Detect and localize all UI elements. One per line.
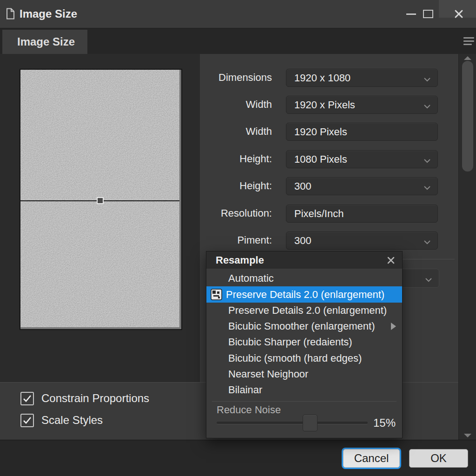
image-size-dialog: Image Size Image Size xyxy=(0,0,476,476)
menu-bar xyxy=(463,37,474,39)
ok-button[interactable]: OK xyxy=(409,449,468,468)
preview-split-handle[interactable] xyxy=(97,197,104,204)
menu-item-label: Bicubic Smoother (enlargement) xyxy=(228,318,375,334)
menu-item-automatic[interactable]: Automatic xyxy=(206,271,402,286)
menu-item-label: Nearset Neighoor xyxy=(228,366,308,382)
close-icon xyxy=(387,257,395,264)
menu-item-label: Bicubic (smooth (hard edges) xyxy=(228,350,362,366)
reduce-noise-label: Reduce Noise xyxy=(217,403,281,417)
menu-item-label: Automatic xyxy=(228,271,274,286)
resample-popup-title: Resample xyxy=(216,251,264,269)
menu-item-preserve-details[interactable]: Preserve Details 2.0 (enlargement) xyxy=(206,303,402,318)
menu-item-bicubic-smooth[interactable]: Bicubic (smooth (hard edges) xyxy=(206,350,402,366)
height-unit-value: 1080 Pixels xyxy=(294,151,347,168)
scroll-up-arrow-icon[interactable] xyxy=(464,56,471,60)
chevron-down-icon xyxy=(423,102,431,111)
field-label-piment: Piment: xyxy=(198,231,272,249)
height-unit-dropdown[interactable]: 1080 Pixels xyxy=(286,150,438,168)
chevron-down-icon xyxy=(423,184,431,192)
menu-item-label: Preserve Details 2.0 (enlargement) xyxy=(226,286,384,302)
menu-bar xyxy=(463,44,472,45)
tab-label: Image Size xyxy=(17,30,75,54)
checkbox-label: Constrain Proportions xyxy=(41,392,149,405)
resample-popup: Resample Automatic Preserve Details 2.0 … xyxy=(206,251,403,438)
width-input[interactable]: 1920 Pixels xyxy=(286,123,438,141)
image-preview[interactable] xyxy=(20,69,182,330)
cancel-button[interactable]: Cancel xyxy=(343,449,400,468)
minimize-icon xyxy=(406,13,416,15)
dimensions-value: 1920 x 1080 xyxy=(294,69,350,86)
check-icon xyxy=(23,416,32,424)
field-label-dimensions: Dimensions xyxy=(198,69,272,86)
checkbox-label: Scale Styles xyxy=(41,414,103,427)
maximize-icon xyxy=(423,10,433,18)
width-value: 1920 Pixels xyxy=(294,123,347,140)
menu-item-bicubic-smoother[interactable]: Bicubic Smoother (enlargement) xyxy=(206,318,402,334)
checkbox-checked[interactable] xyxy=(20,414,34,427)
scale-styles-checkbox-row[interactable]: Scale Styles xyxy=(20,413,103,427)
menu-item-bilinear[interactable]: Bilainar xyxy=(206,382,402,398)
vertical-scrollbar[interactable] xyxy=(458,54,476,440)
field-label-height-2: Height: xyxy=(198,177,272,194)
menu-item-preserve-details-selected[interactable]: Preserve Details 2.0 (enlargement) xyxy=(206,286,402,303)
menu-item-label: Preserve Details 2.0 (enlargement) xyxy=(228,303,387,318)
height-value: 300 xyxy=(294,178,311,195)
resample-popup-header: Resample xyxy=(206,251,402,269)
constrain-proportions-checkbox-row[interactable]: Constrain Proportions xyxy=(20,391,149,405)
chevron-down-icon xyxy=(423,238,431,246)
resolution-value: Pixels/Inch xyxy=(294,205,344,222)
checkbox-checked[interactable] xyxy=(20,392,34,405)
resolution-input[interactable]: Pixels/Inch xyxy=(286,205,438,223)
field-label-resolution: Resolution: xyxy=(198,205,272,222)
close-icon xyxy=(454,9,463,19)
chevron-down-icon xyxy=(423,157,431,165)
dimensions-dropdown[interactable]: 1920 x 1080 xyxy=(286,69,438,87)
menu-item-bicubic-sharper[interactable]: Bicubic Sharper (redaients) xyxy=(206,334,402,350)
reduce-noise-slider-track[interactable] xyxy=(217,422,368,424)
width-unit-dropdown[interactable]: 1920 x Pixels xyxy=(286,96,438,114)
chevron-down-icon xyxy=(423,75,431,84)
reduce-noise-value: 15% xyxy=(373,415,396,431)
title-bar: Image Size xyxy=(0,0,476,28)
menu-bar xyxy=(463,40,474,42)
field-label-width-2: Width xyxy=(198,123,272,140)
check-icon xyxy=(23,395,32,403)
width-unit-value: 1920 x Pixels xyxy=(294,96,355,113)
piment-dropdown[interactable]: 300 xyxy=(286,231,438,250)
menu-item-label: Bilainar xyxy=(228,382,262,398)
submenu-arrow-icon xyxy=(391,323,396,330)
window-title: Image Size xyxy=(20,0,77,28)
menu-item-label: Bicubic Sharper (redaients) xyxy=(228,334,352,350)
menu-item-nearest-neighbor[interactable]: Nearset Neighoor xyxy=(206,366,402,382)
popup-separator xyxy=(212,401,397,402)
maximize-button[interactable] xyxy=(418,0,438,28)
document-icon xyxy=(6,8,15,21)
dialog-footer xyxy=(0,440,476,476)
tab-image-size[interactable]: Image Size xyxy=(2,30,87,54)
field-label-height-1: Height: xyxy=(198,150,272,167)
chevron-down-icon xyxy=(425,276,432,284)
height-dropdown[interactable]: 300 xyxy=(286,177,438,195)
panel-menu-icon[interactable] xyxy=(463,37,475,46)
close-button[interactable] xyxy=(449,0,469,28)
resample-close-button[interactable] xyxy=(384,254,397,267)
reduce-noise-slider-handle[interactable] xyxy=(303,415,317,431)
scroll-down-arrow-icon[interactable] xyxy=(464,434,471,437)
scrollbar-thumb[interactable] xyxy=(462,61,473,172)
piment-value: 300 xyxy=(294,232,311,249)
field-label-width-1: Width xyxy=(198,96,272,113)
